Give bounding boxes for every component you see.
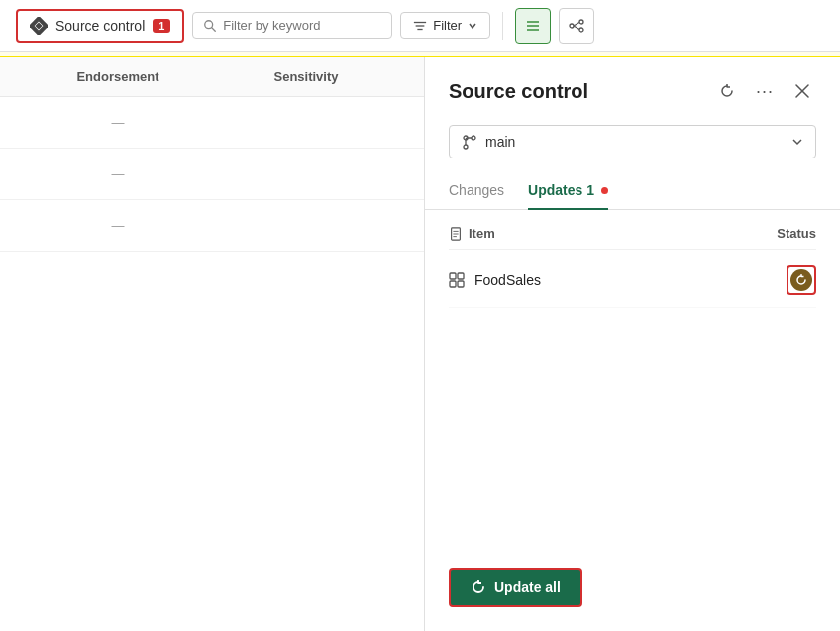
endorsement-cell: — bbox=[24, 166, 212, 181]
source-control-badge: 1 bbox=[153, 19, 170, 33]
tab-updates-label: Updates 1 bbox=[528, 182, 594, 198]
table-row: — bbox=[0, 97, 424, 149]
table-row: — bbox=[0, 149, 424, 200]
table-header: Endorsement Sensitivity bbox=[0, 57, 424, 97]
toolbar: Source control 1 Filter bbox=[0, 0, 840, 52]
source-control-button[interactable]: Source control 1 bbox=[16, 9, 184, 43]
update-status-icon bbox=[790, 269, 812, 291]
svg-rect-28 bbox=[450, 281, 456, 287]
toolbar-divider bbox=[502, 12, 503, 40]
tab-updates-badge: Updates 1 bbox=[528, 182, 608, 198]
svg-point-19 bbox=[464, 145, 468, 149]
svg-rect-27 bbox=[458, 273, 464, 279]
branch-dropdown[interactable]: main bbox=[449, 125, 816, 158]
chevron-down-icon bbox=[791, 136, 803, 148]
search-icon bbox=[203, 19, 217, 33]
svg-point-12 bbox=[579, 20, 583, 24]
file-icon bbox=[449, 227, 463, 241]
endorsement-cell: — bbox=[24, 115, 212, 130]
ellipsis-icon: ··· bbox=[756, 81, 774, 102]
panel-title: Source control bbox=[449, 80, 588, 103]
tab-updates[interactable]: Updates 1 bbox=[528, 174, 608, 210]
svg-rect-26 bbox=[450, 273, 456, 279]
refresh-icon bbox=[719, 83, 735, 99]
main-content: Endorsement Sensitivity — — — Source con… bbox=[0, 57, 840, 631]
svg-point-13 bbox=[579, 28, 583, 32]
tab-updates-dot bbox=[601, 187, 608, 194]
grid-icon bbox=[449, 272, 465, 288]
left-panel: Endorsement Sensitivity — — — bbox=[0, 57, 424, 631]
table-row: — bbox=[0, 200, 424, 252]
more-options-button[interactable]: ··· bbox=[751, 77, 779, 105]
col-sensitivity-header: Sensitivity bbox=[212, 69, 400, 84]
endorsement-cell: — bbox=[24, 218, 212, 233]
filter-input[interactable] bbox=[223, 18, 381, 33]
svg-line-14 bbox=[574, 22, 579, 26]
refresh-button[interactable] bbox=[713, 77, 741, 105]
list-view-button[interactable] bbox=[515, 8, 551, 44]
branch-icon bbox=[462, 134, 477, 150]
close-icon bbox=[795, 84, 809, 98]
list-item: FoodSales bbox=[449, 254, 816, 308]
tab-changes-label: Changes bbox=[449, 182, 504, 198]
update-all-icon bbox=[471, 579, 486, 595]
branch-left: main bbox=[462, 134, 515, 150]
panel-actions: ··· bbox=[713, 77, 816, 105]
item-list-header: Item Status bbox=[449, 226, 816, 250]
list-icon bbox=[525, 18, 541, 34]
svg-line-4 bbox=[212, 27, 216, 31]
update-all-label: Update all bbox=[494, 579, 561, 595]
item-name-col: FoodSales bbox=[449, 272, 747, 288]
svg-point-20 bbox=[472, 136, 475, 140]
status-col bbox=[747, 265, 816, 295]
status-col-header: Status bbox=[747, 226, 816, 241]
col-endorsement-header: Endorsement bbox=[24, 69, 212, 84]
item-name: FoodSales bbox=[474, 272, 541, 288]
branch-name: main bbox=[485, 134, 515, 150]
panel-header: Source control ··· bbox=[425, 57, 840, 117]
item-list: Item Status FoodSales bbox=[425, 210, 840, 548]
svg-point-11 bbox=[570, 24, 574, 28]
graph-icon bbox=[569, 18, 584, 34]
source-control-icon bbox=[30, 17, 48, 35]
item-col-header: Item bbox=[449, 226, 747, 241]
svg-line-15 bbox=[574, 26, 579, 30]
status-icon-wrap bbox=[787, 265, 816, 295]
chevron-down-icon bbox=[468, 21, 477, 31]
panel-footer: Update all bbox=[425, 548, 840, 631]
update-all-button[interactable]: Update all bbox=[449, 568, 582, 607]
filter-label: Filter bbox=[433, 18, 462, 33]
filter-input-wrap[interactable] bbox=[192, 12, 392, 39]
tab-changes[interactable]: Changes bbox=[449, 174, 504, 210]
svg-rect-29 bbox=[458, 281, 464, 287]
filter-button[interactable]: Filter bbox=[400, 12, 490, 39]
source-control-panel: Source control ··· bbox=[424, 57, 840, 631]
tabs: Changes Updates 1 bbox=[425, 174, 840, 210]
close-button[interactable] bbox=[788, 77, 816, 105]
graph-view-button[interactable] bbox=[559, 8, 594, 44]
source-control-label: Source control bbox=[55, 18, 145, 34]
sync-arrow-icon bbox=[794, 273, 808, 287]
filter-icon bbox=[413, 19, 427, 33]
